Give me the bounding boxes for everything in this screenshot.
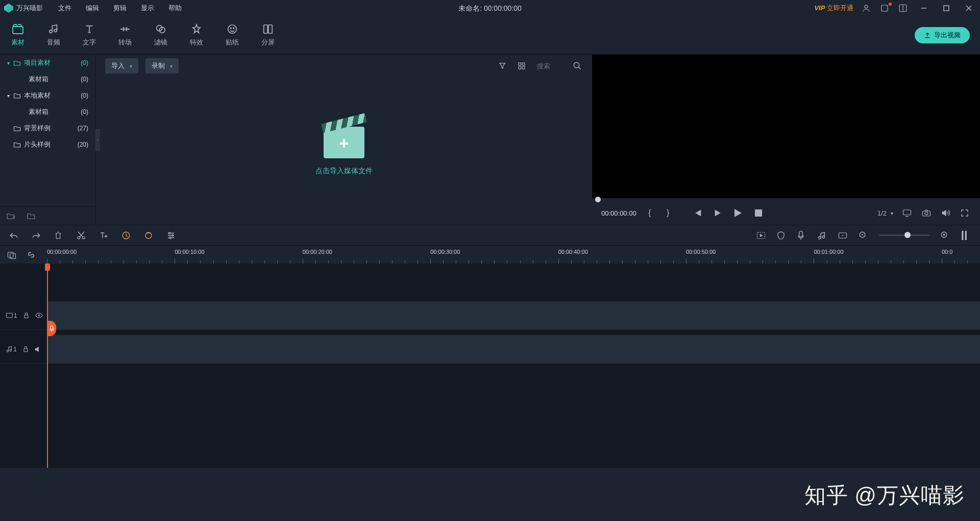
app-name: 万兴喵影	[16, 4, 43, 13]
voiceover-marker[interactable]	[47, 321, 56, 336]
speed-icon[interactable]	[121, 231, 132, 240]
svg-rect-17	[519, 63, 521, 65]
marker-icon[interactable]	[777, 231, 787, 240]
maximize-button[interactable]	[939, 1, 953, 15]
grid-view-icon[interactable]	[518, 62, 528, 70]
collapse-handle[interactable]: ‹	[95, 129, 100, 151]
svg-point-47	[38, 315, 40, 316]
svg-rect-34	[799, 231, 803, 236]
audio-track[interactable]: 1	[0, 335, 980, 364]
split-icon	[262, 23, 274, 35]
fullscreen-icon[interactable]	[961, 209, 971, 217]
playhead[interactable]	[47, 264, 48, 468]
preview-seekbar[interactable]	[592, 198, 980, 201]
svg-rect-1	[881, 5, 888, 11]
preview-ratio-dropdown[interactable]: 1/2▾	[877, 209, 893, 217]
zoom-thumb[interactable]	[904, 232, 911, 238]
minimize-button[interactable]	[917, 1, 931, 15]
export-button[interactable]: 导出视频	[915, 27, 970, 43]
menu-help[interactable]: 帮助	[161, 0, 189, 16]
audio-mixer-icon[interactable]	[818, 231, 828, 240]
filter-icon[interactable]	[498, 62, 508, 70]
tab-audio[interactable]: 音频	[36, 16, 71, 55]
eye-icon[interactable]	[35, 313, 43, 318]
zoom-out-icon[interactable]	[859, 231, 869, 240]
svg-rect-23	[903, 210, 911, 215]
delete-icon[interactable]	[54, 231, 64, 240]
video-track-icon: 1	[6, 312, 17, 319]
record-dropdown[interactable]: 录制▾	[145, 58, 179, 74]
adjust-icon[interactable]	[166, 231, 177, 240]
volume-icon[interactable]	[941, 209, 951, 217]
crop-rotate-icon[interactable]	[144, 231, 154, 240]
menu-view[interactable]: 显示	[134, 0, 161, 16]
mark-out-icon[interactable]: }	[663, 208, 673, 218]
folder-icon[interactable]	[27, 212, 37, 220]
zoom-in-icon[interactable]	[940, 231, 950, 240]
search-input[interactable]	[537, 62, 568, 70]
vip-badge: VIP	[814, 4, 825, 12]
tab-effect[interactable]: 特效	[179, 16, 214, 55]
display-icon[interactable]	[902, 209, 913, 217]
redo-icon[interactable]	[32, 231, 42, 240]
snapshot-icon[interactable]	[922, 209, 932, 217]
sidebar-item[interactable]: 背景样例(27)	[0, 120, 95, 136]
menu-edit[interactable]: 编辑	[79, 0, 106, 16]
notification-icon[interactable]	[880, 4, 890, 13]
tab-sticker[interactable]: 贴纸	[214, 16, 250, 55]
preview-canvas[interactable]	[592, 55, 980, 198]
stop-icon[interactable]	[755, 209, 765, 217]
tab-transition[interactable]: 转场	[107, 16, 143, 55]
menu-file[interactable]: 文件	[51, 0, 79, 16]
media-sidebar: ▾项目素材(0)素材箱(0)▾本地素材(0)素材箱(0)背景样例(27)片头样例…	[0, 55, 96, 225]
svg-rect-40	[962, 231, 963, 240]
effect-icon	[191, 23, 202, 35]
sidebar-item[interactable]: 素材箱(0)	[0, 104, 95, 120]
tab-media[interactable]: 素材	[0, 16, 36, 55]
svg-point-8	[50, 30, 53, 33]
zoom-slider[interactable]	[879, 234, 930, 236]
voiceover-icon[interactable]	[797, 230, 807, 241]
keyframe-icon[interactable]	[838, 232, 848, 239]
zoom-fit-icon[interactable]	[961, 231, 971, 240]
link-icon[interactable]	[27, 251, 37, 259]
prev-frame-icon[interactable]	[694, 209, 704, 217]
vip-section[interactable]: VIP 立即开通	[814, 4, 853, 13]
text-icon	[84, 23, 95, 35]
layout-icon[interactable]	[898, 4, 909, 13]
import-drop-zone[interactable]: 点击导入媒体文件	[315, 127, 373, 176]
video-track[interactable]: 1	[0, 301, 980, 330]
svg-rect-19	[519, 66, 521, 69]
tab-split[interactable]: 分屏	[250, 16, 286, 55]
search-icon[interactable]	[573, 61, 583, 70]
svg-point-30	[169, 232, 170, 234]
next-frame-icon[interactable]	[714, 209, 724, 217]
undo-icon[interactable]	[9, 231, 19, 240]
svg-point-36	[822, 235, 825, 238]
media-panel: ‹ 导入▾ 录制▾ 点击导入媒体文件	[96, 55, 592, 225]
timeline-ruler[interactable]: 00:00:00:0000:00:10:0000:00:20:0000:00:3…	[47, 246, 980, 264]
sidebar-item[interactable]: 素材箱(0)	[0, 71, 95, 87]
render-icon[interactable]	[756, 231, 767, 240]
lock-icon[interactable]	[23, 312, 29, 319]
svg-rect-50	[24, 349, 28, 352]
track-add-icon[interactable]	[7, 251, 17, 259]
tab-text[interactable]: 文字	[71, 16, 107, 55]
mute-icon[interactable]	[35, 346, 42, 352]
text-add-icon[interactable]	[99, 231, 109, 240]
new-folder-icon[interactable]	[6, 212, 16, 220]
main-tabs: 素材 音频 文字 转场 滤镜 特效 贴纸 分屏 导出视频	[0, 16, 980, 55]
cut-icon[interactable]	[77, 231, 87, 240]
menu-clip[interactable]: 剪辑	[106, 0, 134, 16]
close-button[interactable]	[962, 1, 976, 15]
tab-filter[interactable]: 滤镜	[143, 16, 179, 55]
svg-rect-15	[264, 25, 267, 34]
sidebar-item[interactable]: 片头样例(20)	[0, 136, 95, 153]
play-icon[interactable]	[734, 209, 745, 217]
user-icon[interactable]	[862, 4, 872, 13]
sidebar-item[interactable]: ▾本地素材(0)	[0, 87, 95, 104]
import-dropdown[interactable]: 导入▾	[105, 58, 138, 74]
lock-icon[interactable]	[23, 346, 29, 352]
mark-in-icon[interactable]: {	[645, 208, 655, 218]
sidebar-item[interactable]: ▾项目素材(0)	[0, 55, 95, 71]
